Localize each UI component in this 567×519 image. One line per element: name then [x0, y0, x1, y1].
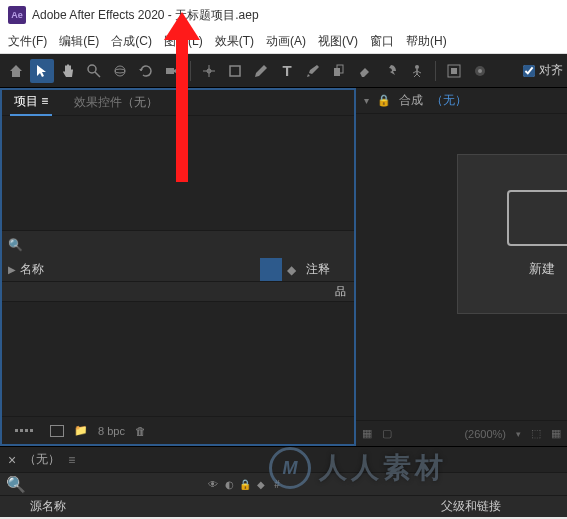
- svg-rect-8: [230, 66, 240, 76]
- project-items-list[interactable]: [2, 302, 354, 416]
- index-col-icon[interactable]: #: [270, 477, 284, 491]
- timeline-search: 🔍: [0, 475, 200, 494]
- new-comp-label: 新建: [529, 260, 555, 278]
- column-type[interactable]: ◆: [282, 263, 300, 277]
- toolbar: T 对齐: [0, 54, 567, 88]
- project-search-input[interactable]: [29, 238, 348, 252]
- menu-view[interactable]: 视图(V): [318, 33, 358, 50]
- svg-rect-4: [166, 68, 174, 74]
- svg-point-2: [115, 66, 125, 76]
- project-panel-tabs: 项目 ≡ 效果控件（无）: [2, 90, 354, 116]
- column-label-sort[interactable]: [260, 258, 282, 281]
- rotate-tool-icon[interactable]: [134, 59, 158, 83]
- mask-mode-icon[interactable]: [442, 59, 466, 83]
- menu-file[interactable]: 文件(F): [8, 33, 47, 50]
- clone-tool-icon[interactable]: [327, 59, 351, 83]
- camera-tool-icon[interactable]: [160, 59, 184, 83]
- zoom-tool-icon[interactable]: [82, 59, 106, 83]
- lock-icon[interactable]: 🔒: [377, 94, 391, 107]
- shape-tool-icon[interactable]: [223, 59, 247, 83]
- comp-viewer-body[interactable]: 新建: [356, 114, 567, 420]
- close-tab-icon[interactable]: ×: [8, 452, 16, 468]
- main-area: 项目 ≡ 效果控件（无） 🔍 ▶名称 ◆ 注释 品 📁 8 bpc 🗑: [0, 88, 567, 446]
- puppet-tool-icon[interactable]: [405, 59, 429, 83]
- menubar: 文件(F) 编辑(E) 合成(C) 图层(L) 效果(T) 动画(A) 视图(V…: [0, 30, 567, 54]
- new-composition-placeholder[interactable]: 新建: [457, 154, 567, 314]
- svg-point-11: [415, 65, 419, 69]
- toolbar-divider: [435, 61, 436, 81]
- composition-viewer-panel: ▾ 🔒 合成 （无） 新建 ▦ ▢ (2600%) ▾ ⬚ ▦: [356, 88, 567, 446]
- interpret-footage-icon[interactable]: [8, 422, 40, 440]
- svg-rect-18: [451, 68, 457, 74]
- project-panel: 项目 ≡ 效果控件（无） 🔍 ▶名称 ◆ 注释 品 📁 8 bpc 🗑: [0, 88, 356, 446]
- toolbar-divider: [190, 61, 191, 81]
- svg-point-3: [115, 69, 125, 73]
- selection-tool-icon[interactable]: [30, 59, 54, 83]
- timeline-search-input[interactable]: [32, 477, 201, 492]
- label-col-icon[interactable]: ◆: [254, 477, 268, 491]
- trash-icon[interactable]: 🗑: [135, 425, 146, 437]
- column-source-name[interactable]: 源名称: [6, 498, 441, 515]
- menu-layer[interactable]: 图层(L): [164, 33, 203, 50]
- new-comp-outline-icon: [507, 190, 567, 246]
- snapping-toggle[interactable]: 对齐: [523, 62, 563, 79]
- text-tool-icon[interactable]: T: [275, 59, 299, 83]
- menu-help[interactable]: 帮助(H): [406, 33, 447, 50]
- resolution-icon[interactable]: ⬚: [531, 427, 541, 440]
- mask-toggle-icon[interactable]: ▢: [382, 427, 392, 440]
- comp-viewer-none[interactable]: （无）: [431, 92, 467, 109]
- snapping-label: 对齐: [539, 62, 563, 79]
- menu-window[interactable]: 窗口: [370, 33, 394, 50]
- column-name[interactable]: ▶名称: [2, 261, 134, 278]
- menu-composition[interactable]: 合成(C): [111, 33, 152, 50]
- zoom-dropdown-icon[interactable]: ▾: [516, 429, 521, 439]
- dropdown-icon[interactable]: ▾: [364, 95, 369, 106]
- home-icon[interactable]: [4, 59, 28, 83]
- column-parent-link[interactable]: 父级和链接: [441, 498, 561, 515]
- mask-feather-icon[interactable]: [468, 59, 492, 83]
- shy-icon[interactable]: 👁: [206, 477, 220, 491]
- timeline-tabs: × （无） ≡: [0, 447, 567, 473]
- comp-viewer-header: ▾ 🔒 合成 （无）: [356, 88, 567, 114]
- app-icon: Ae: [8, 6, 26, 24]
- comp-viewer-footer: ▦ ▢ (2600%) ▾ ⬚ ▦: [356, 420, 567, 446]
- grid-icon[interactable]: ▦: [362, 427, 372, 440]
- new-folder-icon[interactable]: 📁: [74, 424, 88, 437]
- roto-tool-icon[interactable]: [379, 59, 403, 83]
- tab-project[interactable]: 项目 ≡: [10, 89, 52, 116]
- project-footer: 📁 8 bpc 🗑: [2, 416, 354, 444]
- zoom-level[interactable]: (2600%): [464, 428, 506, 440]
- comp-viewer-label: 合成: [399, 92, 423, 109]
- search-icon: 🔍: [8, 238, 23, 252]
- menu-animation[interactable]: 动画(A): [266, 33, 306, 50]
- svg-point-0: [88, 65, 96, 73]
- timeline-switches: 👁 ◐ 🔒 ◆ #: [200, 477, 290, 491]
- transparency-icon[interactable]: ▦: [551, 427, 561, 440]
- project-thumbnail-area: [2, 116, 354, 230]
- new-comp-icon[interactable]: [50, 425, 64, 437]
- tab-effect-controls[interactable]: 效果控件（无）: [70, 90, 162, 115]
- column-comment[interactable]: 注释: [300, 261, 354, 278]
- hand-tool-icon[interactable]: [56, 59, 80, 83]
- svg-line-1: [95, 72, 100, 77]
- solo-icon[interactable]: ◐: [222, 477, 236, 491]
- svg-line-15: [414, 74, 417, 77]
- svg-point-19: [478, 69, 482, 73]
- flowchart-icon[interactable]: 品: [335, 284, 346, 299]
- titlebar: Ae Adobe After Effects 2020 - 无标题项目.aep: [0, 0, 567, 30]
- snapping-checkbox[interactable]: [523, 65, 535, 77]
- lock-col-icon[interactable]: 🔒: [238, 477, 252, 491]
- timeline-panel: × （无） ≡ 🔍 👁 ◐ 🔒 ◆ # 源名称 父级和链接: [0, 446, 567, 517]
- search-icon: 🔍: [6, 475, 26, 494]
- timeline-columns: 源名称 父级和链接: [0, 495, 567, 517]
- project-column-headers: ▶名称 ◆ 注释: [2, 258, 354, 282]
- brush-tool-icon[interactable]: [301, 59, 325, 83]
- eraser-tool-icon[interactable]: [353, 59, 377, 83]
- anchor-tool-icon[interactable]: [197, 59, 221, 83]
- menu-effect[interactable]: 效果(T): [215, 33, 254, 50]
- orbit-tool-icon[interactable]: [108, 59, 132, 83]
- pen-tool-icon[interactable]: [249, 59, 273, 83]
- timeline-tab-none[interactable]: （无）: [24, 451, 60, 468]
- menu-edit[interactable]: 编辑(E): [59, 33, 99, 50]
- bpc-toggle[interactable]: 8 bpc: [98, 425, 125, 437]
